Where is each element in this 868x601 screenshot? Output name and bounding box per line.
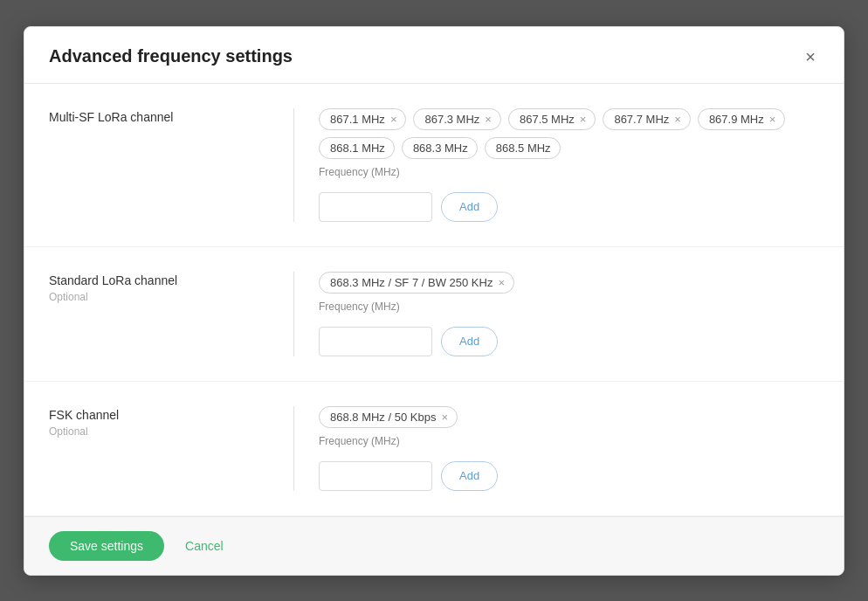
freq-input-block-multi-sf: Frequency (MHz) Add xyxy=(319,166,819,222)
tag-remove-868-8-fsk[interactable]: × xyxy=(441,411,448,423)
add-button-standard[interactable]: Add xyxy=(441,327,498,356)
cancel-button[interactable]: Cancel xyxy=(178,531,231,561)
tag-867-7: 867.7 MHz × xyxy=(603,108,690,130)
section-divider-multi-sf xyxy=(293,108,294,222)
section-sublabel-fsk: Optional xyxy=(49,425,276,438)
freq-input-row-standard: Add xyxy=(319,327,819,356)
tag-remove-867-3[interactable]: × xyxy=(485,114,492,125)
tags-row-fsk: 868.8 MHz / 50 Kbps × xyxy=(319,406,819,428)
tag-remove-868-3-sf7[interactable]: × xyxy=(498,277,505,288)
tag-remove-867-1[interactable]: × xyxy=(390,114,397,125)
save-settings-button[interactable]: Save settings xyxy=(49,531,164,561)
modal-overlay: Advanced frequency settings × Multi-SF L… xyxy=(0,0,868,601)
tag-text: 867.1 MHz xyxy=(330,113,385,126)
freq-input-multi-sf[interactable] xyxy=(319,192,432,222)
freq-input-row-multi-sf: Add xyxy=(319,192,819,222)
tags-row-standard: 868.3 MHz / SF 7 / BW 250 KHz × xyxy=(319,272,819,294)
section-label-col-fsk: FSK channel Optional xyxy=(49,406,293,491)
tag-868-5: 868.5 MHz xyxy=(485,137,561,159)
section-divider-standard xyxy=(293,272,294,356)
tag-867-1: 867.1 MHz × xyxy=(319,108,406,130)
section-standard-lora: Standard LoRa channel Optional 868.3 MHz… xyxy=(24,247,844,382)
tag-remove-867-5[interactable]: × xyxy=(580,114,587,125)
freq-input-standard[interactable] xyxy=(319,327,432,356)
freq-label-standard: Frequency (MHz) xyxy=(319,300,819,313)
freq-label-multi-sf: Frequency (MHz) xyxy=(319,166,819,178)
add-button-multi-sf[interactable]: Add xyxy=(441,192,498,222)
tag-text: 868.1 MHz xyxy=(330,142,385,155)
tag-868-3-sf7: 868.3 MHz / SF 7 / BW 250 KHz × xyxy=(319,272,514,294)
freq-input-row-fsk: Add xyxy=(319,461,819,491)
tag-867-3: 867.3 MHz × xyxy=(413,108,500,130)
add-button-fsk[interactable]: Add xyxy=(441,461,498,491)
section-divider-fsk xyxy=(293,406,294,491)
modal-body: Multi-SF LoRa channel 867.1 MHz × 867.3 … xyxy=(24,84,844,516)
tag-868-8-fsk: 868.8 MHz / 50 Kbps × xyxy=(319,406,458,428)
section-content-multi-sf: 867.1 MHz × 867.3 MHz × 867.5 MHz × 86 xyxy=(319,108,819,222)
close-icon: × xyxy=(805,48,816,66)
section-label-fsk: FSK channel xyxy=(49,408,276,422)
tag-868-3: 868.3 MHz xyxy=(402,137,478,159)
modal-title: Advanced frequency settings xyxy=(49,46,293,66)
tag-text: 867.5 MHz xyxy=(520,113,575,126)
tag-text: 868.3 MHz xyxy=(413,142,468,155)
section-content-fsk: 868.8 MHz / 50 Kbps × Frequency (MHz) Ad… xyxy=(319,406,819,491)
modal-header: Advanced frequency settings × xyxy=(24,27,844,84)
modal: Advanced frequency settings × Multi-SF L… xyxy=(24,26,844,576)
tag-text: 867.9 MHz xyxy=(709,113,764,126)
section-label-col-standard: Standard LoRa channel Optional xyxy=(49,272,293,356)
tag-remove-867-9[interactable]: × xyxy=(769,114,776,125)
tag-text: 868.8 MHz / 50 Kbps xyxy=(330,411,436,424)
freq-label-fsk: Frequency (MHz) xyxy=(319,435,819,447)
tag-text: 867.3 MHz xyxy=(424,113,479,126)
section-multi-sf: Multi-SF LoRa channel 867.1 MHz × 867.3 … xyxy=(24,84,844,247)
tags-row-multi-sf: 867.1 MHz × 867.3 MHz × 867.5 MHz × 86 xyxy=(319,108,819,159)
close-button[interactable]: × xyxy=(802,45,819,69)
freq-input-fsk[interactable] xyxy=(319,461,432,491)
freq-input-block-fsk: Frequency (MHz) Add xyxy=(319,435,819,491)
tag-868-1: 868.1 MHz xyxy=(319,137,395,159)
tag-867-9: 867.9 MHz × xyxy=(698,108,785,130)
section-label-multi-sf: Multi-SF LoRa channel xyxy=(49,110,276,124)
tag-867-5: 867.5 MHz × xyxy=(508,108,596,130)
tag-remove-867-7[interactable]: × xyxy=(674,114,681,125)
section-content-standard: 868.3 MHz / SF 7 / BW 250 KHz × Frequenc… xyxy=(319,272,819,356)
section-label-col-multi-sf: Multi-SF LoRa channel xyxy=(49,108,293,222)
freq-input-block-standard: Frequency (MHz) Add xyxy=(319,300,819,356)
section-label-standard: Standard LoRa channel xyxy=(49,273,276,287)
tag-text: 867.7 MHz xyxy=(614,113,669,126)
section-sublabel-standard: Optional xyxy=(49,291,276,303)
tag-text: 868.5 MHz xyxy=(496,142,551,155)
tag-text: 868.3 MHz / SF 7 / BW 250 KHz xyxy=(330,276,493,289)
section-fsk: FSK channel Optional 868.8 MHz / 50 Kbps… xyxy=(24,382,844,516)
modal-footer: Save settings Cancel xyxy=(24,516,844,575)
